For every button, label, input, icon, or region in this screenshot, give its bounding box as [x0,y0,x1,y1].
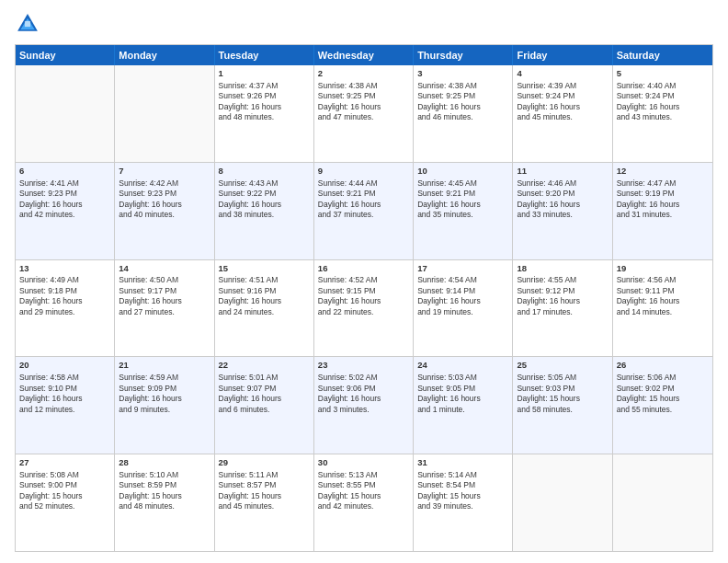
calendar-cell: 4Sunrise: 4:39 AMSunset: 9:24 PMDaylight… [513,65,612,162]
calendar-cell: 1Sunrise: 4:37 AMSunset: 9:26 PMDaylight… [215,65,314,162]
sunrise-text: Sunrise: 5:14 AM [417,470,477,479]
header [15,11,713,37]
day-number: 23 [318,360,409,372]
calendar: SundayMondayTuesdayWednesdayThursdayFrid… [15,44,713,552]
sunset-text: Sunset: 9:26 PM [219,91,277,100]
daylight-minutes-text: and 27 minutes. [119,307,174,316]
daylight-minutes-text: and 42 minutes. [19,210,74,219]
daylight-minutes-text: and 42 minutes. [318,501,373,511]
daylight-minutes-text: and 48 minutes. [219,112,274,121]
day-number: 28 [119,457,210,469]
daylight-text: Daylight: 16 hours [119,200,182,209]
day-number: 17 [417,263,508,275]
daylight-text: Daylight: 16 hours [417,394,481,403]
sunrise-text: Sunrise: 4:39 AM [517,81,576,90]
calendar-cell: 30Sunrise: 5:13 AMSunset: 8:55 PMDayligh… [314,454,414,551]
calendar-cell: 27Sunrise: 5:08 AMSunset: 9:00 PMDayligh… [16,454,115,551]
daylight-minutes-text: and 58 minutes. [517,405,572,414]
calendar-cell [115,65,214,162]
calendar-cell: 25Sunrise: 5:05 AMSunset: 9:03 PMDayligh… [513,357,612,454]
sunset-text: Sunset: 8:57 PM [219,480,277,489]
daylight-minutes-text: and 3 minutes. [318,405,370,414]
daylight-minutes-text: and 29 minutes. [19,307,74,316]
daylight-text: Daylight: 15 hours [19,491,83,500]
daylight-minutes-text: and 37 minutes. [318,210,373,219]
sunset-text: Sunset: 9:21 PM [417,189,475,198]
daylight-minutes-text: and 12 minutes. [19,405,74,414]
daylight-minutes-text: and 39 minutes. [417,501,472,511]
sunset-text: Sunset: 9:20 PM [517,189,574,198]
daylight-text: Daylight: 16 hours [219,394,282,403]
calendar-cell: 14Sunrise: 4:50 AMSunset: 9:17 PMDayligh… [115,260,214,357]
daylight-minutes-text: and 19 minutes. [417,307,472,316]
calendar-cell: 10Sunrise: 4:45 AMSunset: 9:21 PMDayligh… [414,163,513,259]
day-number: 26 [617,360,709,372]
sunset-text: Sunset: 9:11 PM [617,286,675,295]
daylight-text: Daylight: 16 hours [517,200,580,209]
calendar-cell: 26Sunrise: 5:06 AMSunset: 9:02 PMDayligh… [613,357,712,454]
daylight-text: Daylight: 16 hours [19,296,83,305]
day-number: 9 [318,166,409,178]
calendar-cell: 31Sunrise: 5:14 AMSunset: 8:54 PMDayligh… [414,454,513,551]
day-number: 11 [517,166,608,178]
sunset-text: Sunset: 9:00 PM [19,480,77,489]
sunset-text: Sunset: 9:10 PM [19,384,77,393]
calendar-cell: 20Sunrise: 4:58 AMSunset: 9:10 PMDayligh… [16,357,115,454]
sunset-text: Sunset: 9:15 PM [318,286,376,295]
daylight-text: Daylight: 16 hours [119,296,182,305]
day-number: 30 [318,457,409,469]
calendar-cell: 29Sunrise: 5:11 AMSunset: 8:57 PMDayligh… [215,454,314,551]
sunrise-text: Sunrise: 4:59 AM [119,373,178,382]
daylight-minutes-text: and 14 minutes. [617,307,672,316]
sunrise-text: Sunrise: 5:10 AM [119,470,178,479]
calendar-cell: 12Sunrise: 4:47 AMSunset: 9:19 PMDayligh… [613,163,712,259]
daylight-minutes-text: and 24 minutes. [219,307,274,316]
calendar-cell: 13Sunrise: 4:49 AMSunset: 9:18 PMDayligh… [16,260,115,357]
day-number: 13 [19,263,110,275]
sunrise-text: Sunrise: 4:51 AM [219,275,279,284]
sunset-text: Sunset: 9:25 PM [318,91,376,100]
sunrise-text: Sunrise: 5:11 AM [219,470,279,479]
daylight-minutes-text: and 43 minutes. [617,112,672,121]
sunset-text: Sunset: 9:07 PM [219,384,277,393]
sunset-text: Sunset: 8:55 PM [318,480,376,489]
daylight-text: Daylight: 16 hours [19,394,83,403]
daylight-text: Daylight: 15 hours [219,491,282,500]
day-number: 20 [19,360,110,372]
calendar-cell: 18Sunrise: 4:55 AMSunset: 9:12 PMDayligh… [513,260,612,357]
daylight-minutes-text: and 38 minutes. [219,210,274,219]
daylight-minutes-text: and 48 minutes. [119,501,174,511]
sunset-text: Sunset: 9:19 PM [617,189,675,198]
daylight-text: Daylight: 16 hours [417,200,481,209]
calendar-cell [513,454,612,551]
daylight-minutes-text: and 45 minutes. [517,112,572,121]
calendar-cell: 22Sunrise: 5:01 AMSunset: 9:07 PMDayligh… [215,357,314,454]
daylight-text: Daylight: 15 hours [119,491,182,500]
calendar-cell: 16Sunrise: 4:52 AMSunset: 9:15 PMDayligh… [314,260,414,357]
calendar-cell: 6Sunrise: 4:41 AMSunset: 9:23 PMDaylight… [16,163,115,259]
calendar-row-3: 20Sunrise: 4:58 AMSunset: 9:10 PMDayligh… [16,357,712,454]
day-number: 31 [417,457,508,469]
sunrise-text: Sunrise: 4:55 AM [517,275,576,284]
sunset-text: Sunset: 9:05 PM [417,384,475,393]
sunrise-text: Sunrise: 4:43 AM [219,178,279,188]
sunrise-text: Sunrise: 4:50 AM [119,275,178,284]
calendar-cell: 24Sunrise: 5:03 AMSunset: 9:05 PMDayligh… [414,357,513,454]
daylight-minutes-text: and 55 minutes. [617,405,672,414]
day-number: 19 [617,263,709,275]
day-number: 1 [219,68,310,80]
calendar-cell [613,454,712,551]
header-day-thursday: Thursday [414,45,513,65]
calendar-cell: 19Sunrise: 4:56 AMSunset: 9:11 PMDayligh… [613,260,712,357]
sunrise-text: Sunrise: 4:47 AM [617,178,677,188]
calendar-cell: 28Sunrise: 5:10 AMSunset: 8:59 PMDayligh… [115,454,214,551]
day-number: 22 [219,360,310,372]
sunrise-text: Sunrise: 5:01 AM [219,373,279,382]
day-number: 5 [617,68,709,80]
daylight-text: Daylight: 16 hours [617,200,680,209]
day-number: 24 [417,360,508,372]
daylight-text: Daylight: 16 hours [617,102,680,111]
sunset-text: Sunset: 9:12 PM [517,286,574,295]
calendar-cell: 2Sunrise: 4:38 AMSunset: 9:25 PMDaylight… [314,65,414,162]
sunrise-text: Sunrise: 4:52 AM [318,275,378,284]
